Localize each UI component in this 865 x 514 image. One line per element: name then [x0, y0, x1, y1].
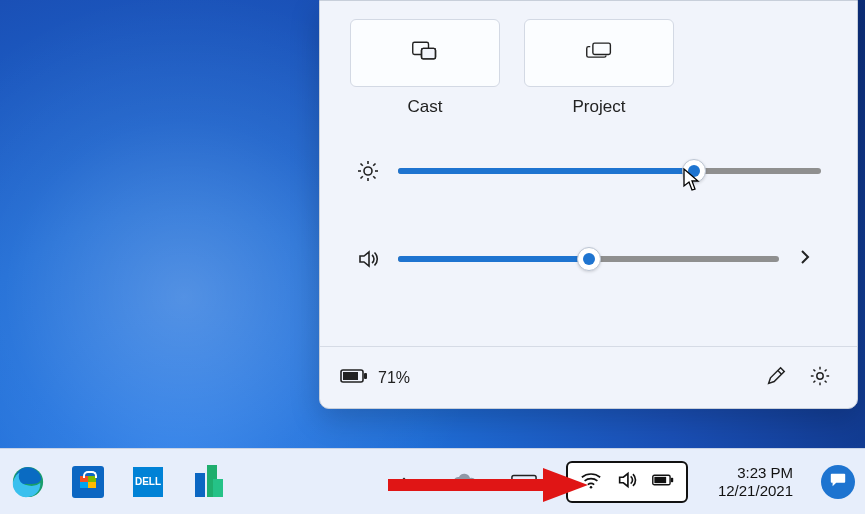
battery-icon	[340, 367, 368, 389]
quick-settings-panel: Cast Project 70	[319, 0, 858, 409]
svg-rect-29	[671, 477, 673, 482]
taskbar: DELL	[0, 448, 865, 514]
svg-rect-3	[593, 43, 611, 54]
wifi-tray-icon[interactable]	[580, 469, 602, 495]
chat-icon	[829, 471, 847, 493]
taskbar-center-icons	[386, 464, 542, 500]
supportassist-taskbar-icon[interactable]	[190, 464, 226, 500]
svg-line-11	[361, 176, 363, 178]
cast-icon	[411, 39, 439, 67]
keyboard-tray-icon[interactable]	[506, 464, 542, 500]
clock[interactable]: 3:23 PM 12/21/2021	[718, 464, 793, 500]
dell-taskbar-icon[interactable]: DELL	[130, 464, 166, 500]
svg-point-26	[590, 486, 593, 489]
sliders-area	[320, 117, 857, 307]
svg-line-12	[373, 164, 375, 166]
svg-rect-28	[654, 476, 666, 482]
cast-quick-action: Cast	[350, 19, 500, 117]
chat-taskbar-button[interactable]	[821, 465, 855, 499]
cast-button[interactable]	[350, 19, 500, 87]
system-tray-highlighted[interactable]	[566, 461, 688, 503]
tray-chevron-up[interactable]	[386, 464, 422, 500]
svg-rect-25	[518, 483, 529, 485]
brightness-icon	[356, 159, 380, 183]
edge-taskbar-icon[interactable]	[10, 464, 46, 500]
project-icon	[585, 39, 613, 67]
volume-slider-row	[356, 241, 821, 277]
svg-rect-20	[512, 475, 536, 489]
settings-button[interactable]	[803, 361, 837, 395]
volume-thumb[interactable]	[577, 247, 601, 271]
svg-rect-15	[364, 373, 367, 379]
brightness-slider-row	[356, 153, 821, 189]
svg-point-23	[525, 479, 527, 481]
brightness-thumb[interactable]	[682, 159, 706, 183]
battery-percent: 71%	[378, 369, 410, 387]
svg-rect-1	[422, 48, 436, 59]
sound-tray-icon[interactable]	[616, 469, 638, 495]
time-text: 3:23 PM	[718, 464, 793, 482]
volume-slider[interactable]	[398, 256, 779, 262]
microsoft-store-taskbar-icon[interactable]	[70, 464, 106, 500]
svg-point-4	[364, 167, 372, 175]
project-label: Project	[573, 97, 626, 117]
battery-tray-icon[interactable]	[652, 469, 674, 495]
volume-icon	[356, 247, 380, 271]
volume-flyout-button[interactable]	[797, 249, 821, 269]
svg-point-21	[516, 479, 518, 481]
project-button[interactable]	[524, 19, 674, 87]
svg-point-24	[529, 479, 531, 481]
panel-footer: 71%	[320, 346, 857, 408]
brightness-slider[interactable]	[398, 168, 821, 174]
cast-label: Cast	[408, 97, 443, 117]
edit-quick-settings-button[interactable]	[759, 361, 793, 395]
gear-icon	[809, 365, 831, 391]
pencil-icon	[765, 365, 787, 391]
desktop: Cast Project 70	[0, 0, 865, 514]
onedrive-tray-icon[interactable]	[446, 464, 482, 500]
quick-actions-row: Cast Project	[320, 1, 857, 117]
svg-point-16	[817, 372, 823, 378]
svg-line-9	[361, 164, 363, 166]
project-quick-action: Project	[524, 19, 674, 117]
svg-rect-14	[343, 372, 358, 380]
svg-point-22	[520, 479, 522, 481]
date-text: 12/21/2021	[718, 482, 793, 500]
svg-line-10	[373, 176, 375, 178]
